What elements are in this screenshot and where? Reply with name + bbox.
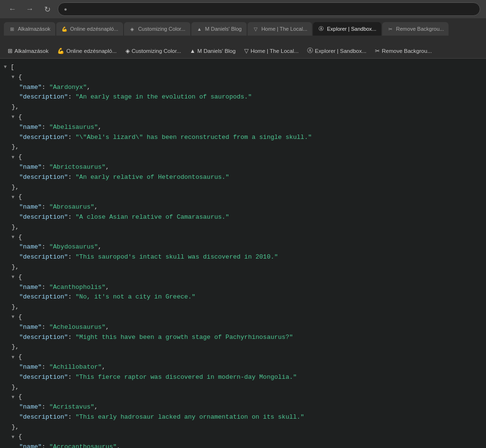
tab-home[interactable]: ▽Home | The Local... <box>248 22 312 36</box>
bm-customizing-favicon: ◈ <box>125 48 130 54</box>
toggle-icon[interactable]: ▼ <box>12 194 18 201</box>
tab-mdaniels[interactable]: ▲M Daniels' Blog <box>191 22 247 36</box>
bm-explorer-favicon: Ⓐ <box>307 47 313 55</box>
lock-icon: ● <box>64 6 67 12</box>
json-line: ▼[ <box>0 62 486 73</box>
json-line: }, <box>0 302 486 312</box>
bm-edzes[interactable]: 💪Online edzésnapló... <box>53 46 121 56</box>
bm-mdaniels-label: M Daniels' Blog <box>198 48 236 54</box>
json-line: ▼{ <box>0 352 486 362</box>
address-bar[interactable]: ● <box>58 2 480 16</box>
bm-customizing-label: Customizing Color... <box>132 48 181 54</box>
bm-edzes-favicon: 💪 <box>57 48 64 54</box>
json-line: ▼{ <box>0 233 486 243</box>
json-line: "name": "Abrosaurus", <box>0 202 486 212</box>
bm-remove-favicon: ✂ <box>375 48 380 54</box>
bookmarks-bar: ⊞Alkalmazások💪Online edzésnapló...◈Custo… <box>0 43 486 59</box>
json-line: ▼{ <box>0 192 486 202</box>
bm-remove-label: Remove Backgrou... <box>382 48 432 54</box>
json-line: "description": "\"Abel's lizard\" has be… <box>0 133 486 143</box>
bm-home[interactable]: ▽Home | The Local... <box>240 46 302 56</box>
json-line: "name": "Abelisaurus", <box>0 123 486 133</box>
tab-customizing-label: Customizing Color... <box>138 26 185 32</box>
toggle-icon[interactable]: ▼ <box>12 313 18 321</box>
toggle-icon[interactable]: ▼ <box>12 394 18 401</box>
json-line: ▼{ <box>0 112 486 123</box>
titlebar: ← → ↻ ● <box>0 0 486 18</box>
json-line: "description": "An early relative of Het… <box>0 173 486 183</box>
json-line: "name": "Acrocanthosaurus", <box>0 442 486 448</box>
tab-explorer-label: Explorer | Sandbox... <box>327 26 376 32</box>
json-line: ▼{ <box>0 392 486 402</box>
json-line: "description": "A close Asian relative o… <box>0 212 486 223</box>
json-line: }, <box>0 183 486 193</box>
tab-customizing[interactable]: ◈Customizing Color... <box>124 22 190 36</box>
bm-customizing[interactable]: ◈Customizing Color... <box>122 46 185 56</box>
json-content[interactable]: ▼[▼{"name": "Aardonyx","description": "A… <box>0 59 486 448</box>
json-line: "description": "No, it's not a city in G… <box>0 292 486 302</box>
json-line: }, <box>0 223 486 233</box>
bm-alkalmazasok-label: Alkalmazások <box>14 48 49 54</box>
back-button[interactable]: ← <box>6 2 19 16</box>
toggle-icon[interactable]: ▼ <box>12 434 18 441</box>
tab-edzes[interactable]: 💪Online edzésnapló... <box>56 22 123 36</box>
tab-remove-label: Remove Backgrou... <box>396 26 444 32</box>
json-line: "name": "Achillobator", <box>0 362 486 373</box>
bm-alkalmazasok[interactable]: ⊞Alkalmazások <box>4 46 52 56</box>
tab-remove-favicon: ✂ <box>387 25 394 32</box>
tab-customizing-favicon: ◈ <box>129 25 136 32</box>
tab-explorer[interactable]: ⒶExplorer | Sandbox... <box>313 22 381 36</box>
tab-home-label: Home | The Local... <box>262 26 308 32</box>
bm-alkalmazasok-favicon: ⊞ <box>8 48 12 54</box>
json-line: "name": "Abrictosaurus", <box>0 162 486 173</box>
bm-remove[interactable]: ✂Remove Backgrou... <box>371 46 436 56</box>
json-line: "description": "This early hadrosaur lac… <box>0 412 486 423</box>
browser-tabs: ⊞Alkalmazások💪Online edzésnapló...◈Custo… <box>0 18 486 36</box>
json-line: }, <box>0 142 486 152</box>
json-line: "name": "Achelousaurus", <box>0 323 486 333</box>
json-line: ▼{ <box>0 73 486 83</box>
tab-remove[interactable]: ✂Remove Backgrou... <box>382 22 449 36</box>
tab-alkalmazasok[interactable]: ⊞Alkalmazások <box>4 22 55 36</box>
json-line: }, <box>0 262 486 273</box>
browser-chrome: ← → ↻ ● ⊞Alkalmazások💪Online edzésnapló.… <box>0 0 486 43</box>
json-line: ▼{ <box>0 273 486 283</box>
tab-mdaniels-label: M Daniels' Blog <box>205 26 242 32</box>
toggle-icon[interactable]: ▼ <box>12 354 18 361</box>
json-line: "description": "This sauropod's intact s… <box>0 252 486 262</box>
json-line: "description": "An early stage in the ev… <box>0 92 486 102</box>
tab-explorer-favicon: Ⓐ <box>318 25 324 32</box>
tab-alkalmazasok-label: Alkalmazások <box>18 26 50 32</box>
toggle-icon[interactable]: ▼ <box>12 154 18 162</box>
toggle-icon[interactable]: ▼ <box>12 274 18 281</box>
json-line: }, <box>0 102 486 112</box>
toggle-icon[interactable]: ▼ <box>4 63 11 71</box>
json-line: "description": "Might this have been a g… <box>0 333 486 343</box>
forward-button[interactable]: → <box>23 2 37 16</box>
toggle-icon[interactable]: ▼ <box>12 234 18 241</box>
json-line: "name": "Acanthopholis", <box>0 283 486 293</box>
tab-edzes-favicon: 💪 <box>61 25 68 32</box>
bm-explorer-label: Explorer | Sandbox... <box>315 48 366 54</box>
bm-explorer[interactable]: ⒶExplorer | Sandbox... <box>303 45 370 56</box>
json-line: "name": "Acristavus", <box>0 402 486 412</box>
json-line: "name": "Abydosaurus", <box>0 242 486 252</box>
toggle-icon[interactable]: ▼ <box>12 74 18 81</box>
toggle-icon[interactable]: ▼ <box>12 113 18 121</box>
bm-home-label: Home | The Local... <box>250 48 299 54</box>
bm-mdaniels[interactable]: ▲M Daniels' Blog <box>186 46 239 56</box>
json-line: "name": "Aardonyx", <box>0 83 486 93</box>
tab-alkalmazasok-favicon: ⊞ <box>9 25 15 32</box>
tab-edzes-label: Online edzésnapló... <box>70 26 118 32</box>
bm-edzes-label: Online edzésnapló... <box>66 48 117 54</box>
json-line: ▼{ <box>0 152 486 162</box>
json-line: }, <box>0 423 486 433</box>
bm-home-favicon: ▽ <box>244 48 249 54</box>
json-line: ▼{ <box>0 432 486 442</box>
reload-button[interactable]: ↻ <box>40 2 54 16</box>
tab-home-favicon: ▽ <box>252 25 259 32</box>
json-line: }, <box>0 342 486 352</box>
json-line: }, <box>0 383 486 393</box>
bm-mdaniels-favicon: ▲ <box>190 48 196 54</box>
json-line: ▼{ <box>0 312 486 323</box>
